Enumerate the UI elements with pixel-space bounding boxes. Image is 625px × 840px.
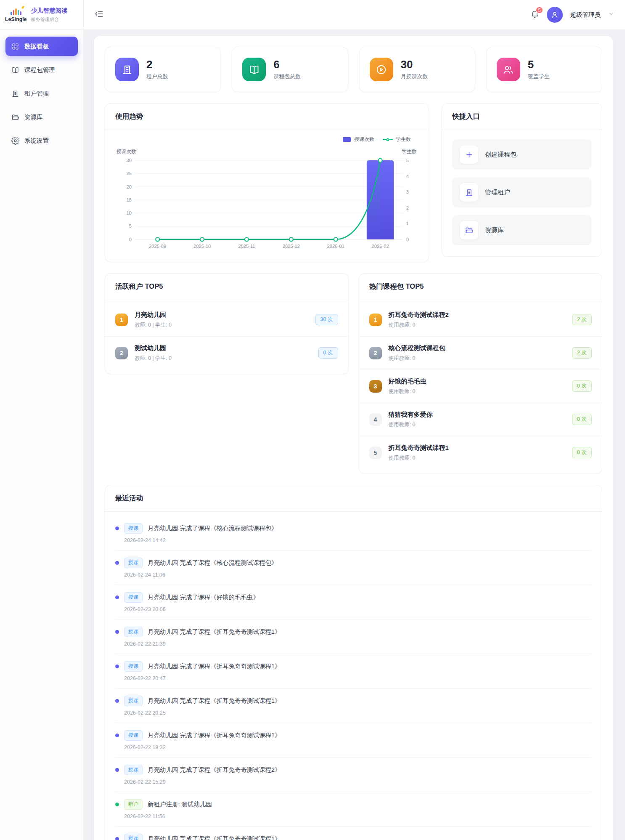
logo-bars-icon (11, 8, 21, 15)
activity-row: 授课月亮幼儿园 完成了课程《折耳兔奇奇测试课程1》2026-02-22 19:3… (115, 723, 592, 758)
folder-icon (11, 113, 19, 121)
rank-badge: 2 (369, 347, 382, 359)
activity-tag: 授课 (124, 627, 143, 637)
rank-name: 好饿的毛毛虫 (389, 377, 426, 385)
rank-sub: 使用教师: 0 (389, 388, 426, 395)
svg-text:2025-12: 2025-12 (283, 244, 300, 249)
stat-label: 课程包总数 (273, 73, 301, 80)
rank-sub: 使用教师: 0 (389, 455, 449, 462)
brand-subtitle: 服务管理后台 (31, 16, 68, 23)
svg-text:2026-01: 2026-01 (327, 244, 344, 249)
usage-trend-title: 使用趋势 (105, 104, 429, 130)
activity-text: 月亮幼儿园 完成了课程《折耳兔奇奇测试课程2》 (148, 766, 281, 774)
hot-package-row: 2核心流程测试课程包使用教师: 02 次 (359, 337, 602, 370)
activity-main: 授课月亮幼儿园 完成了课程《核心流程测试课程包》 (115, 558, 592, 568)
stat-text: 2租户总数 (146, 58, 168, 80)
activity-dot (115, 768, 119, 772)
user-avatar[interactable] (547, 7, 563, 23)
sidebar-item-settings[interactable]: 系统设置 (5, 131, 78, 150)
chevron-down-icon[interactable] (608, 11, 614, 19)
notification-bell-button[interactable]: 5 (530, 10, 539, 20)
quick-entry-create-package[interactable]: 创建课程包 (452, 139, 592, 170)
hot-package-row: 5折耳兔奇奇测试课程1使用教师: 00 次 (359, 436, 602, 469)
folder-icon (465, 226, 474, 235)
activity-main: 授课月亮幼儿园 完成了课程《好饿的毛毛虫》 (115, 592, 592, 603)
activity-dot (115, 630, 119, 634)
main-column: 5 超级管理员 2租户总数6课程包总数30月授课次数5覆盖学生 使用趋势 授课次… (84, 0, 625, 840)
stat-value: 2 (146, 58, 168, 71)
activity-main: 授课月亮幼儿园 完成了课程《折耳兔奇奇测试课程1》 (115, 730, 592, 741)
rank-badge: 5 (369, 447, 382, 459)
rank-sub: 教师: 0 | 学生: 0 (135, 322, 172, 329)
usage-count-chip: 30 次 (315, 314, 338, 325)
play-icon (376, 64, 387, 75)
stat-text: 6课程包总数 (273, 58, 301, 80)
quick-entry-label: 创建课程包 (485, 151, 516, 159)
activity-tag: 授课 (124, 834, 143, 840)
activity-tag: 授课 (124, 558, 143, 568)
legend-item-bar[interactable]: 授课次数 (343, 136, 374, 143)
sidebar-item-label: 课程包管理 (24, 66, 55, 74)
brand-title: 少儿智慧阅读 (31, 7, 68, 15)
activity-time: 2026-02-23 20:06 (124, 606, 592, 612)
svg-text:0: 0 (406, 237, 409, 242)
sidebar-item-dashboard[interactable]: 数据看板 (5, 37, 78, 56)
svg-text:2025-11: 2025-11 (238, 244, 255, 249)
person-icon (551, 11, 559, 19)
activity-text: 月亮幼儿园 完成了课程《核心流程测试课程包》 (148, 559, 278, 567)
activity-time: 2026-02-24 11:06 (124, 572, 592, 578)
content: 2租户总数6课程包总数30月授课次数5覆盖学生 使用趋势 授课次数学生数 051… (84, 30, 625, 840)
sidebar-item-resources[interactable]: 资源库 (5, 107, 78, 127)
svg-text:5: 5 (406, 158, 409, 163)
stat-value: 30 (401, 58, 428, 71)
rank-text: 折耳兔奇奇测试课程2使用教师: 0 (389, 311, 449, 329)
book-icon (11, 66, 19, 74)
legend-label: 授课次数 (354, 136, 374, 143)
sidebar-item-packages[interactable]: 课程包管理 (5, 60, 78, 80)
rank-text: 核心流程测试课程包使用教师: 0 (389, 344, 445, 362)
rank-name: 折耳兔奇奇测试课程1 (389, 444, 449, 452)
svg-text:1: 1 (406, 221, 409, 226)
legend-item-line[interactable]: 学生数 (383, 136, 411, 143)
gear-icon (11, 137, 19, 145)
activity-time: 2026-02-24 14:42 (124, 537, 592, 543)
brand-logo-icon: LeSingle (5, 8, 27, 22)
activity-row: 授课月亮幼儿园 完成了课程《折耳兔奇奇测试课程1》2026-02-21 20:1… (115, 827, 592, 840)
hot-packages-list: 1折耳兔奇奇测试课程2使用教师: 02 次2核心流程测试课程包使用教师: 02 … (359, 300, 602, 473)
stat-label: 月授课次数 (401, 73, 428, 80)
usage-count-chip: 0 次 (572, 414, 592, 425)
legend-line-swatch-icon (383, 138, 393, 142)
recent-activity-card: 最近活动 授课月亮幼儿园 完成了课程《核心流程测试课程包》2026-02-24 … (105, 485, 602, 840)
hot-package-row: 4猜猜我有多爱你使用教师: 00 次 (359, 403, 602, 436)
recent-activity-title: 最近活动 (105, 485, 602, 512)
recent-activity-list: 授课月亮幼儿园 完成了课程《核心流程测试课程包》2026-02-24 14:42… (105, 512, 602, 840)
rank-sub: 使用教师: 0 (389, 322, 449, 329)
activity-tag: 授课 (124, 661, 143, 672)
svg-text:10: 10 (126, 210, 131, 215)
quick-entry-icon-tile (460, 183, 478, 202)
stat-card-packages: 6课程包总数 (232, 47, 348, 92)
svg-text:20: 20 (126, 184, 131, 189)
svg-text:5: 5 (129, 223, 132, 229)
user-name[interactable]: 超级管理员 (570, 11, 601, 19)
usage-count-chip: 0 次 (318, 347, 338, 359)
sidebar-collapse-button[interactable] (95, 9, 104, 20)
trend-legend: 授课次数学生数 (105, 130, 429, 143)
rank-name: 测试幼儿园 (135, 344, 172, 352)
activity-row: 授课月亮幼儿园 完成了课程《好饿的毛毛虫》2026-02-23 20:06 (115, 585, 592, 619)
sidebar-item-tenants[interactable]: 租户管理 (5, 84, 78, 103)
active-tenants-card: 活跃租户 TOP5 1月亮幼儿园教师: 0 | 学生: 030 次2测试幼儿园教… (105, 273, 349, 374)
activity-row: 授课月亮幼儿园 完成了课程《核心流程测试课程包》2026-02-24 11:06 (115, 550, 592, 585)
usage-count-chip: 0 次 (572, 447, 592, 458)
activity-text: 月亮幼儿园 完成了课程《核心流程测试课程包》 (148, 524, 278, 532)
stat-icon-tile (370, 58, 393, 81)
svg-text:3: 3 (406, 189, 409, 194)
rank-text: 测试幼儿园教师: 0 | 学生: 0 (135, 344, 172, 362)
quick-entry-resources[interactable]: 资源库 (452, 215, 592, 245)
usage-count-chip: 0 次 (572, 380, 592, 392)
active-tenants-title: 活跃租户 TOP5 (105, 274, 348, 300)
rank-text: 月亮幼儿园教师: 0 | 学生: 0 (135, 311, 172, 329)
quick-entry-manage-tenants[interactable]: 管理租户 (452, 177, 592, 207)
logo-block: LeSingle 少儿智慧阅读 服务管理后台 (0, 0, 83, 30)
activity-row: 授课月亮幼儿园 完成了课程《折耳兔奇奇测试课程2》2026-02-22 15:2… (115, 758, 592, 792)
